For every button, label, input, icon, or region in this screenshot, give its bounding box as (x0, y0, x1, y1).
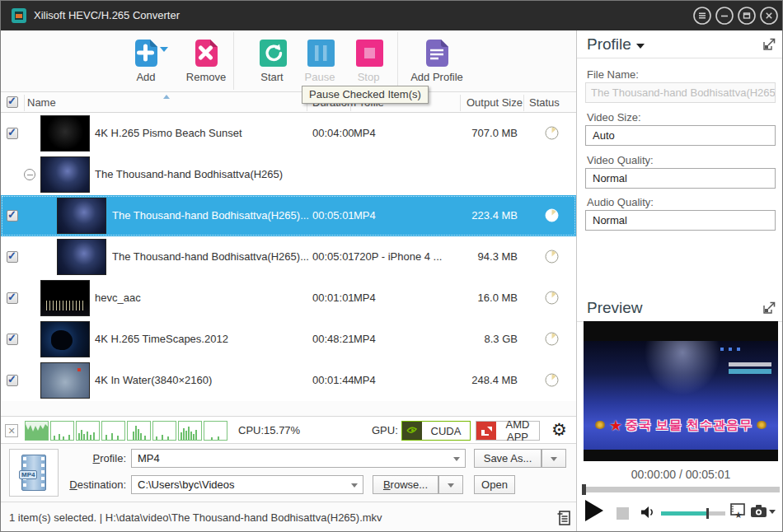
video-preview[interactable]: ★ 중국 보물 천수관음무 (584, 321, 778, 461)
snapshot-dropdown-icon[interactable] (769, 510, 776, 514)
file-name: The Thousand-hand Bodhisattva(H265) (95, 154, 301, 195)
video-quality-select[interactable]: Normal (585, 168, 776, 189)
chevron-down-icon (448, 483, 454, 488)
settings-panel: Profile File Name: Video Size: Auto Vide… (576, 30, 783, 532)
file-name-label: File Name: (587, 68, 639, 81)
destination-combobox[interactable]: C:\Users\byc\Videos (131, 475, 363, 494)
expand-icon[interactable] (762, 37, 776, 54)
resource-bar: ✕ CPU:15.77% GPU: CUDA AMD APP ⚙ (1, 416, 576, 444)
pause-label: Pause (296, 71, 344, 83)
format-text: MP4 (19, 470, 37, 479)
cuda-label: CUDA (422, 425, 470, 437)
amd-app-toggle[interactable]: AMD APP (476, 421, 540, 441)
volume-slider[interactable] (661, 511, 725, 516)
video-size-select[interactable]: Auto (585, 125, 776, 146)
tooltip: Pause Checked Item(s) (302, 86, 429, 104)
video-thumbnail (40, 115, 90, 152)
file-name: 4K H.265 TimeScapes.2012 (95, 319, 301, 360)
table-row-group[interactable]: The Thousand-hand Bodhisattva(H265) (1, 154, 576, 195)
close-icon[interactable] (759, 6, 779, 26)
task-list-icon[interactable] (556, 510, 571, 529)
stop-label: Stop (345, 71, 392, 83)
chevron-down-icon (351, 483, 358, 488)
add-label: Add (122, 71, 170, 83)
file-name-input[interactable] (585, 82, 776, 103)
check-icon: ✓ (7, 291, 16, 303)
file-output-size: 94.3 MB (442, 236, 518, 278)
add-dropdown-icon[interactable] (160, 47, 168, 52)
file-output-size: 707.0 MB (442, 113, 518, 154)
stop-button[interactable]: Stop (345, 37, 392, 83)
clock-status-icon (545, 126, 559, 142)
save-as-dropdown-button[interactable] (542, 449, 566, 468)
file-duration: 00:48:21 (312, 319, 354, 360)
add-profile-label: Add Profile (407, 71, 467, 83)
status-bar: 1 item(s) selected. | H:\data\video\The … (1, 502, 576, 532)
add-profile-button[interactable]: Add Profile (407, 37, 467, 83)
file-name: The Thousand-hand Bodhisattva(H265)... (112, 236, 312, 278)
add-button[interactable]: Add (122, 37, 170, 83)
sort-ascending-icon (163, 95, 170, 99)
video-thumbnail (40, 321, 90, 357)
profile-combobox[interactable]: MP4 (131, 449, 466, 468)
remove-button[interactable]: Remove (182, 37, 230, 83)
table-row-selected[interactable]: ✓ The Thousand-hand Bodhisattva(H265)...… (1, 195, 576, 236)
destination-combobox-value: C:\Users\byc\Videos (138, 478, 235, 491)
profile-combobox-value: MP4 (138, 452, 160, 464)
cuda-toggle[interactable]: CUDA (401, 421, 471, 441)
bookmark-frame-icon[interactable]: ★ (730, 502, 748, 521)
stop-playback-button[interactable] (617, 507, 629, 520)
column-status[interactable]: Status (529, 96, 560, 109)
table-row[interactable]: ✓ 4K H.265 Pismo Beach Sunset 00:04:00 M… (1, 113, 576, 154)
row-checkbox[interactable]: ✓ (7, 334, 18, 345)
file-duration: 00:05:01 (312, 236, 354, 278)
file-name: 4K In Water(3840×2160) (95, 360, 301, 401)
row-checkbox[interactable]: ✓ (7, 210, 18, 222)
seek-handle[interactable] (582, 484, 586, 495)
open-button[interactable]: Open (474, 475, 515, 494)
browse-button[interactable]: Browse... (373, 475, 438, 494)
speaker-icon[interactable] (640, 505, 656, 522)
menu-icon[interactable] (692, 6, 712, 26)
collapse-icon[interactable] (24, 169, 35, 180)
start-icon (257, 37, 287, 68)
row-checkbox[interactable]: ✓ (7, 292, 18, 304)
chevron-down-icon[interactable] (636, 44, 645, 49)
gear-icon[interactable]: ⚙ (551, 420, 567, 440)
table-row[interactable]: ✓ hevc_aac 00:01:01 MP4 16.0 MB (1, 278, 576, 319)
profile-section-header: Profile (577, 30, 783, 58)
table-row[interactable]: ✓ 4K In Water(3840×2160) 00:01:44 MP4 24… (1, 360, 576, 401)
preview-section-title: Preview (587, 299, 643, 317)
start-label: Start (248, 71, 296, 83)
seek-bar[interactable] (582, 487, 780, 492)
toolbar: Add Remove Start Pause Stop (1, 30, 576, 91)
play-button[interactable] (585, 500, 603, 521)
save-as-button[interactable]: Save As... (474, 449, 542, 468)
profile-field-label: Profile: (67, 452, 126, 464)
maximize-icon[interactable] (737, 6, 757, 26)
browse-dropdown-button[interactable] (438, 475, 463, 494)
file-output-size: 223.4 MB (442, 195, 518, 236)
star-icon: ★ (609, 418, 622, 434)
file-list: ✓ 4K H.265 Pismo Beach Sunset 00:04:00 M… (1, 113, 576, 401)
start-button[interactable]: Start (248, 37, 296, 83)
row-checkbox[interactable]: ✓ (7, 128, 18, 139)
audio-quality-select[interactable]: Normal (585, 210, 776, 231)
column-name[interactable]: Name (27, 96, 56, 109)
select-all-checkbox[interactable]: ✓ (7, 96, 18, 108)
volume-handle[interactable] (706, 508, 709, 519)
amd-logo-icon (476, 422, 496, 440)
expand-icon[interactable] (762, 301, 776, 317)
table-row[interactable]: ✓ The Thousand-hand Bodhisattva(H265)...… (1, 236, 576, 278)
chevron-down-icon (453, 457, 460, 461)
row-checkbox[interactable]: ✓ (7, 375, 18, 386)
check-icon: ✓ (7, 332, 16, 344)
main-area: Add Remove Start Pause Stop (1, 30, 576, 532)
minimize-icon[interactable] (715, 6, 734, 26)
row-checkbox[interactable]: ✓ (7, 251, 18, 263)
column-output-size[interactable]: Output Size (467, 96, 523, 109)
table-row[interactable]: ✓ 4K H.265 TimeScapes.2012 00:48:21 MP4 … (1, 319, 576, 360)
close-meter-icon[interactable]: ✕ (5, 424, 18, 437)
snapshot-camera-icon[interactable] (750, 503, 768, 520)
pause-button[interactable]: Pause (296, 37, 344, 83)
